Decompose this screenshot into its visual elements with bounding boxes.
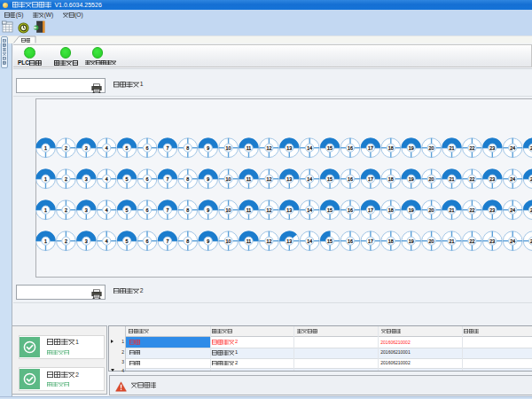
svg-text:13: 13 — [286, 176, 292, 182]
svg-text:24: 24 — [510, 239, 515, 244]
svg-text:15: 15 — [327, 207, 332, 213]
svg-text:23: 23 — [489, 207, 495, 213]
svg-text:9: 9 — [207, 239, 209, 244]
svg-text:6: 6 — [146, 207, 149, 213]
svg-text:9: 9 — [207, 207, 209, 213]
svg-text:14: 14 — [307, 176, 312, 182]
svg-text:19: 19 — [409, 176, 414, 182]
svg-text:22: 22 — [469, 207, 474, 213]
svg-text:15: 15 — [327, 145, 332, 151]
svg-text:18: 18 — [388, 145, 394, 151]
svg-text:19: 19 — [409, 207, 414, 213]
svg-text:5: 5 — [126, 145, 129, 151]
svg-text:5: 5 — [126, 207, 129, 213]
svg-text:8: 8 — [186, 207, 189, 213]
svg-text:3: 3 — [85, 239, 88, 244]
svg-text:17: 17 — [368, 176, 373, 182]
svg-text:2: 2 — [65, 239, 67, 244]
svg-text:22: 22 — [469, 176, 474, 182]
svg-text:20: 20 — [429, 145, 434, 151]
svg-text:1: 1 — [44, 145, 47, 151]
svg-text:4: 4 — [106, 207, 108, 213]
svg-text:21: 21 — [450, 207, 455, 213]
svg-text:17: 17 — [368, 145, 373, 151]
svg-text:6: 6 — [146, 176, 149, 182]
svg-text:22: 22 — [469, 145, 474, 151]
svg-text:2: 2 — [65, 176, 67, 182]
svg-text:6: 6 — [146, 239, 149, 244]
svg-text:4: 4 — [106, 145, 108, 151]
svg-text:1: 1 — [44, 207, 47, 213]
svg-text:16: 16 — [348, 239, 353, 244]
svg-text:16: 16 — [348, 207, 353, 213]
svg-text:13: 13 — [286, 239, 292, 244]
svg-text:21: 21 — [450, 145, 455, 151]
svg-text:5: 5 — [126, 176, 129, 182]
svg-text:22: 22 — [469, 239, 474, 244]
svg-text:11: 11 — [246, 176, 252, 182]
svg-text:16: 16 — [348, 176, 353, 182]
svg-text:14: 14 — [307, 239, 312, 244]
svg-text:8: 8 — [186, 145, 189, 151]
svg-text:17: 17 — [368, 207, 373, 213]
svg-text:20: 20 — [429, 207, 434, 213]
svg-text:11: 11 — [246, 239, 252, 244]
svg-text:11: 11 — [246, 207, 252, 213]
svg-text:1: 1 — [44, 176, 47, 182]
svg-text:1: 1 — [44, 239, 47, 244]
svg-text:24: 24 — [510, 207, 515, 213]
svg-text:21: 21 — [450, 176, 455, 182]
svg-text:20: 20 — [429, 239, 434, 244]
svg-text:7: 7 — [166, 207, 168, 213]
svg-text:3: 3 — [85, 176, 88, 182]
svg-text:21: 21 — [450, 239, 455, 244]
svg-text:17: 17 — [368, 239, 373, 244]
svg-text:18: 18 — [388, 207, 394, 213]
svg-text:13: 13 — [286, 145, 292, 151]
svg-text:16: 16 — [348, 145, 353, 151]
svg-text:7: 7 — [166, 145, 168, 151]
svg-text:11: 11 — [246, 145, 252, 151]
svg-text:10: 10 — [226, 145, 231, 151]
svg-text:12: 12 — [266, 145, 271, 151]
svg-text:10: 10 — [226, 207, 231, 213]
svg-text:24: 24 — [510, 176, 515, 182]
svg-text:3: 3 — [85, 207, 88, 213]
svg-text:18: 18 — [388, 176, 394, 182]
svg-text:19: 19 — [409, 145, 414, 151]
svg-text:12: 12 — [266, 176, 271, 182]
svg-text:4: 4 — [106, 176, 108, 182]
svg-text:9: 9 — [207, 145, 209, 151]
svg-text:24: 24 — [510, 145, 515, 151]
svg-text:12: 12 — [266, 207, 271, 213]
svg-text:18: 18 — [388, 239, 394, 244]
svg-text:8: 8 — [186, 239, 189, 244]
svg-text:9: 9 — [207, 176, 209, 182]
svg-text:14: 14 — [307, 207, 312, 213]
svg-text:4: 4 — [106, 239, 108, 244]
svg-text:23: 23 — [489, 239, 495, 244]
svg-text:5: 5 — [126, 239, 129, 244]
svg-text:7: 7 — [166, 239, 168, 244]
svg-text:2: 2 — [65, 207, 67, 213]
svg-text:15: 15 — [327, 176, 332, 182]
svg-text:13: 13 — [286, 207, 292, 213]
svg-text:2: 2 — [65, 145, 67, 151]
svg-text:15: 15 — [327, 239, 332, 244]
svg-text:23: 23 — [489, 145, 495, 151]
svg-text:7: 7 — [166, 176, 168, 182]
svg-text:10: 10 — [226, 176, 231, 182]
svg-text:8: 8 — [186, 176, 189, 182]
svg-text:10: 10 — [226, 239, 231, 244]
svg-text:20: 20 — [429, 176, 434, 182]
svg-text:23: 23 — [489, 176, 495, 182]
svg-text:3: 3 — [85, 145, 88, 151]
svg-text:6: 6 — [146, 145, 149, 151]
svg-text:14: 14 — [307, 145, 312, 151]
svg-text:19: 19 — [409, 239, 414, 244]
svg-text:12: 12 — [266, 239, 271, 244]
